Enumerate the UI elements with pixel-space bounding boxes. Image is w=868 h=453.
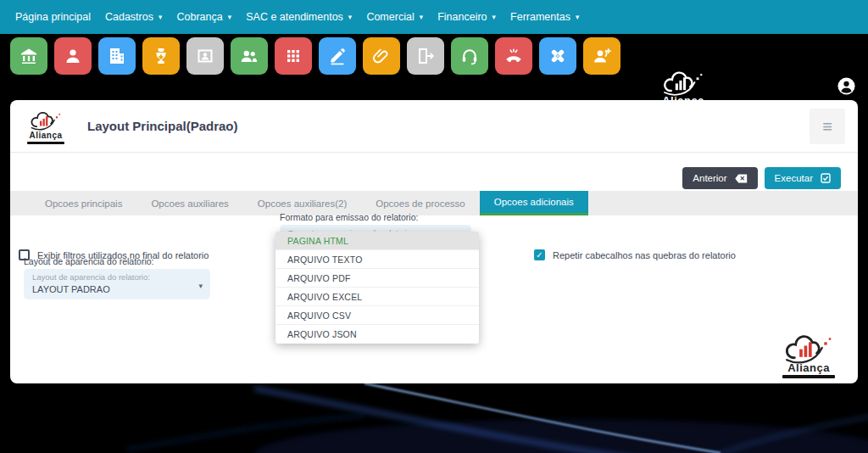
pencil-icon [327,46,348,66]
brand-logo: Aliança [653,68,714,111]
panel-menu-button[interactable]: ≡ [810,109,845,144]
bandage-button[interactable] [539,37,576,75]
pharmacy-button[interactable] [142,37,180,75]
report-options-panel: Aliança Layout Principal(Padrao) ≡ Anter… [10,100,858,383]
layout-select-value: LAYOUT PADRAO [32,284,202,294]
option-arquivo-csv[interactable]: ARQUIVO CSV [275,306,479,325]
paperclip-icon [371,46,392,66]
grid-icon [283,46,303,66]
brand-logo: Aliança [23,109,69,144]
tab-opcoes-auxiliares[interactable]: Opcoes auxiliares [136,191,242,215]
nav-item-cadastros[interactable]: Cadastros▾ [105,11,163,23]
page-title: Layout Principal(Padrao) [87,119,238,133]
tab-opcoes-principais[interactable]: Opcoes principais [31,191,136,215]
bandage-icon [548,46,568,66]
building-button[interactable] [98,37,136,75]
contact-card-icon [195,46,215,66]
nav-item-financeiro[interactable]: Financeiro▾ [437,11,496,23]
people-button[interactable] [231,37,268,75]
option-arquivo-pdf[interactable]: ARQUIVO PDF [275,269,479,288]
option-arquivo-excel[interactable]: ARQUIVO EXCEL [275,288,479,306]
option-arquivo-texto[interactable]: ARQUIVO TEXTO [275,250,479,269]
brand-tagline-bar [27,142,64,144]
nav-item-pagina-principal[interactable]: Página principal [15,11,91,23]
option-pagina-html[interactable]: PAGINA HTML [275,232,479,250]
paperclip-button[interactable] [363,37,400,75]
chevron-down-icon: ▾ [576,13,580,21]
nav-item-comercial[interactable]: Comercial▾ [366,11,423,23]
checkbox-checked-icon [821,173,831,183]
contact-card-button[interactable] [186,37,224,75]
repeat-headers-checkbox[interactable]: ✓ [534,249,545,260]
layout-select[interactable]: Layout de aparencia do relatorio: LAYOUT… [24,269,210,299]
check-icon: ✓ [536,250,542,260]
previous-button[interactable]: Anterior [682,167,757,189]
repeat-headers-label: Repetir cabecalhos nas quebras do relato… [553,250,736,260]
tab-opcoes-adicionais[interactable]: Opcoes adicionais [480,191,588,215]
chevron-down-icon: ▾ [198,282,203,290]
building-icon [107,46,127,66]
grid-button[interactable] [275,37,312,75]
chevron-down-icon: ▾ [348,13,353,21]
format-select-label: Formato para emissao do relatorio: [280,212,471,222]
person-add-button[interactable] [583,37,620,75]
option-arquivo-json[interactable]: ARQUIVO JSON [275,325,479,344]
phone-hangup-button[interactable] [495,37,532,75]
actions-row: Anterior Executar [10,167,858,189]
icon-toolbar: Aliança [0,34,868,100]
brand-tagline-bar [782,375,835,378]
brand-name: Aliança [662,95,704,106]
bank-icon [19,46,39,66]
chevron-down-icon: ▾ [492,13,497,21]
person-icon [63,46,83,66]
people-icon [239,46,259,66]
execute-button[interactable]: Executar [765,167,841,189]
exit-door-button[interactable] [407,37,444,75]
pharmacy-icon [151,46,171,66]
layout-select-group: Layout de aparencia do relatorio: Layout… [24,256,210,299]
hamburger-icon: ≡ [822,117,832,136]
chevron-down-icon: ▾ [228,13,232,21]
nav-item-ferramentas[interactable]: Ferramentas▾ [510,11,579,23]
panel-header: Aliança Layout Principal(Padrao) ≡ [10,100,858,153]
headset-icon [459,46,480,66]
exit-door-icon [415,46,436,66]
chevron-down-icon: ▾ [159,13,163,21]
chevron-down-icon: ▾ [420,13,424,21]
layout-select-label: Layout de aparencia do relatorio: [24,256,210,266]
person-add-icon [592,46,612,66]
brand-logo: Aliança [773,331,844,378]
tab-content: Exibir filtros utilizados no final do re… [10,215,858,398]
brand-tagline-bar [659,108,707,111]
phone-hangup-icon [504,46,524,66]
person-button[interactable] [54,37,92,75]
top-nav-bar: Página principal Cadastros▾ Cobrança▾ SA… [0,0,868,34]
nav-item-sac-atendimentos[interactable]: SAC e atendimentos▾ [246,11,352,23]
account-button[interactable] [837,76,856,98]
brand-name: Aliança [29,131,62,140]
layout-select-placeholder: Layout de aparencia do relatorio: [32,272,202,282]
backspace-icon [735,174,748,183]
bank-button[interactable] [10,37,47,75]
headset-button[interactable] [451,37,488,75]
account-circle-icon [837,76,856,96]
pencil-button[interactable] [319,37,356,75]
repeat-headers-row: ✓ Repetir cabecalhos nas quebras do rela… [534,249,736,260]
brand-name: Aliança [787,362,830,373]
format-options-dropdown: PAGINA HTML ARQUIVO TEXTO ARQUIVO PDF AR… [275,232,479,344]
nav-item-cobranca[interactable]: Cobrança▾ [176,11,231,23]
